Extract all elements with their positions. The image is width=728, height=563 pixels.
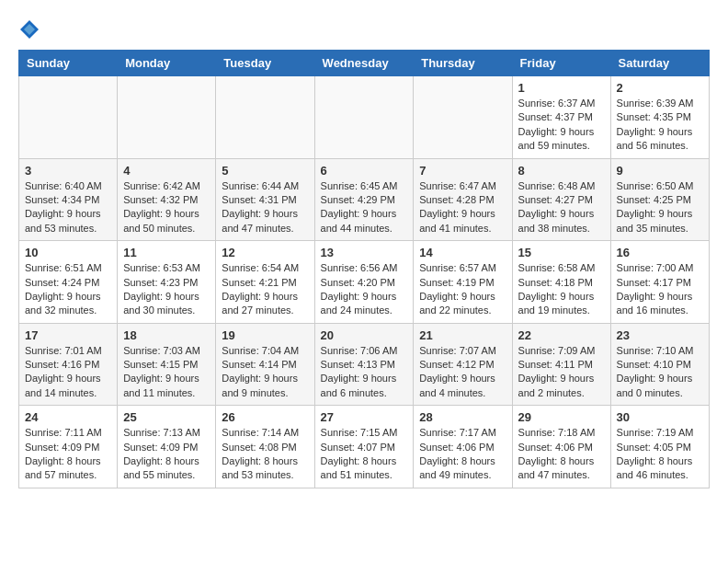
day-cell bbox=[314, 76, 414, 159]
day-info: Sunrise: 7:13 AM Sunset: 4:09 PM Dayligh… bbox=[123, 426, 210, 483]
day-number: 6 bbox=[321, 164, 408, 178]
day-number: 29 bbox=[518, 410, 605, 424]
week-row-3: 10Sunrise: 6:51 AM Sunset: 4:24 PM Dayli… bbox=[19, 241, 710, 324]
day-cell: 28Sunrise: 7:17 AM Sunset: 4:06 PM Dayli… bbox=[414, 406, 512, 488]
day-number: 25 bbox=[123, 410, 210, 424]
day-info: Sunrise: 7:01 AM Sunset: 4:16 PM Dayligh… bbox=[25, 344, 111, 401]
logo-icon bbox=[18, 18, 40, 40]
day-info: Sunrise: 7:06 AM Sunset: 4:13 PM Dayligh… bbox=[321, 344, 408, 401]
day-number: 7 bbox=[419, 164, 506, 178]
day-info: Sunrise: 6:42 AM Sunset: 4:32 PM Dayligh… bbox=[123, 179, 210, 236]
day-info: Sunrise: 7:07 AM Sunset: 4:12 PM Dayligh… bbox=[419, 344, 506, 401]
day-number: 9 bbox=[617, 164, 703, 178]
day-info: Sunrise: 7:17 AM Sunset: 4:06 PM Dayligh… bbox=[419, 426, 506, 483]
calendar-header-row: SundayMondayTuesdayWednesdayThursdayFrid… bbox=[19, 51, 710, 76]
day-cell: 2Sunrise: 6:39 AM Sunset: 4:35 PM Daylig… bbox=[610, 76, 709, 159]
day-cell: 8Sunrise: 6:48 AM Sunset: 4:27 PM Daylig… bbox=[512, 158, 610, 241]
day-cell: 17Sunrise: 7:01 AM Sunset: 4:16 PM Dayli… bbox=[19, 323, 118, 406]
day-number: 20 bbox=[321, 328, 408, 342]
day-info: Sunrise: 6:50 AM Sunset: 4:25 PM Dayligh… bbox=[617, 179, 703, 236]
day-info: Sunrise: 6:58 AM Sunset: 4:18 PM Dayligh… bbox=[518, 261, 605, 318]
day-number: 26 bbox=[222, 410, 308, 424]
day-number: 27 bbox=[321, 410, 408, 424]
day-cell: 11Sunrise: 6:53 AM Sunset: 4:23 PM Dayli… bbox=[118, 241, 216, 324]
day-cell: 21Sunrise: 7:07 AM Sunset: 4:12 PM Dayli… bbox=[414, 323, 512, 406]
day-info: Sunrise: 6:56 AM Sunset: 4:20 PM Dayligh… bbox=[321, 261, 408, 318]
week-row-4: 17Sunrise: 7:01 AM Sunset: 4:16 PM Dayli… bbox=[19, 323, 710, 406]
day-number: 4 bbox=[123, 164, 210, 178]
day-cell: 9Sunrise: 6:50 AM Sunset: 4:25 PM Daylig… bbox=[610, 158, 709, 241]
day-number: 12 bbox=[222, 246, 308, 259]
day-info: Sunrise: 6:48 AM Sunset: 4:27 PM Dayligh… bbox=[518, 179, 605, 236]
day-info: Sunrise: 7:10 AM Sunset: 4:10 PM Dayligh… bbox=[617, 344, 703, 401]
day-number: 16 bbox=[617, 246, 703, 259]
day-info: Sunrise: 6:51 AM Sunset: 4:24 PM Dayligh… bbox=[25, 261, 111, 318]
day-cell: 23Sunrise: 7:10 AM Sunset: 4:10 PM Dayli… bbox=[610, 323, 709, 406]
day-cell: 13Sunrise: 6:56 AM Sunset: 4:20 PM Dayli… bbox=[314, 241, 414, 324]
column-header-wednesday: Wednesday bbox=[314, 51, 414, 76]
day-number: 2 bbox=[617, 81, 703, 95]
day-info: Sunrise: 7:19 AM Sunset: 4:05 PM Dayligh… bbox=[617, 426, 703, 483]
day-info: Sunrise: 6:57 AM Sunset: 4:19 PM Dayligh… bbox=[419, 261, 506, 318]
day-number: 13 bbox=[321, 246, 408, 259]
day-info: Sunrise: 7:03 AM Sunset: 4:15 PM Dayligh… bbox=[123, 344, 210, 401]
day-info: Sunrise: 7:15 AM Sunset: 4:07 PM Dayligh… bbox=[321, 426, 408, 483]
day-info: Sunrise: 6:45 AM Sunset: 4:29 PM Dayligh… bbox=[321, 179, 408, 236]
day-cell: 16Sunrise: 7:00 AM Sunset: 4:17 PM Dayli… bbox=[610, 241, 709, 324]
day-number: 8 bbox=[518, 164, 605, 178]
day-number: 24 bbox=[25, 410, 111, 424]
day-cell: 10Sunrise: 6:51 AM Sunset: 4:24 PM Dayli… bbox=[19, 241, 118, 324]
day-number: 28 bbox=[419, 410, 506, 424]
day-cell: 3Sunrise: 6:40 AM Sunset: 4:34 PM Daylig… bbox=[19, 158, 118, 241]
day-number: 17 bbox=[25, 328, 111, 342]
day-cell: 27Sunrise: 7:15 AM Sunset: 4:07 PM Dayli… bbox=[314, 406, 414, 488]
day-number: 14 bbox=[419, 246, 506, 259]
column-header-friday: Friday bbox=[512, 51, 610, 76]
day-number: 23 bbox=[617, 328, 703, 342]
column-header-sunday: Sunday bbox=[19, 51, 118, 76]
day-cell: 14Sunrise: 6:57 AM Sunset: 4:19 PM Dayli… bbox=[414, 241, 512, 324]
day-info: Sunrise: 6:54 AM Sunset: 4:21 PM Dayligh… bbox=[222, 261, 308, 318]
day-info: Sunrise: 7:04 AM Sunset: 4:14 PM Dayligh… bbox=[222, 344, 308, 401]
day-cell: 25Sunrise: 7:13 AM Sunset: 4:09 PM Dayli… bbox=[118, 406, 216, 488]
day-info: Sunrise: 7:14 AM Sunset: 4:08 PM Dayligh… bbox=[222, 426, 308, 483]
day-cell: 12Sunrise: 6:54 AM Sunset: 4:21 PM Dayli… bbox=[216, 241, 314, 324]
day-cell: 22Sunrise: 7:09 AM Sunset: 4:11 PM Dayli… bbox=[512, 323, 610, 406]
header bbox=[18, 18, 710, 40]
week-row-1: 1Sunrise: 6:37 AM Sunset: 4:37 PM Daylig… bbox=[19, 76, 710, 159]
day-cell: 18Sunrise: 7:03 AM Sunset: 4:15 PM Dayli… bbox=[118, 323, 216, 406]
day-cell bbox=[118, 76, 216, 159]
day-number: 5 bbox=[222, 164, 308, 178]
day-number: 30 bbox=[617, 410, 703, 424]
day-cell: 1Sunrise: 6:37 AM Sunset: 4:37 PM Daylig… bbox=[512, 76, 610, 159]
day-info: Sunrise: 7:00 AM Sunset: 4:17 PM Dayligh… bbox=[617, 261, 703, 318]
day-info: Sunrise: 6:37 AM Sunset: 4:37 PM Dayligh… bbox=[518, 97, 605, 154]
day-cell: 19Sunrise: 7:04 AM Sunset: 4:14 PM Dayli… bbox=[216, 323, 314, 406]
day-info: Sunrise: 6:44 AM Sunset: 4:31 PM Dayligh… bbox=[222, 179, 308, 236]
day-cell: 26Sunrise: 7:14 AM Sunset: 4:08 PM Dayli… bbox=[216, 406, 314, 488]
day-number: 3 bbox=[25, 164, 111, 178]
day-cell: 7Sunrise: 6:47 AM Sunset: 4:28 PM Daylig… bbox=[414, 158, 512, 241]
day-cell bbox=[216, 76, 314, 159]
day-number: 18 bbox=[123, 328, 210, 342]
day-cell: 5Sunrise: 6:44 AM Sunset: 4:31 PM Daylig… bbox=[216, 158, 314, 241]
column-header-saturday: Saturday bbox=[610, 51, 709, 76]
column-header-thursday: Thursday bbox=[414, 51, 512, 76]
day-cell: 30Sunrise: 7:19 AM Sunset: 4:05 PM Dayli… bbox=[610, 406, 709, 488]
day-info: Sunrise: 7:18 AM Sunset: 4:06 PM Dayligh… bbox=[518, 426, 605, 483]
logo bbox=[18, 18, 44, 40]
day-cell: 29Sunrise: 7:18 AM Sunset: 4:06 PM Dayli… bbox=[512, 406, 610, 488]
column-header-monday: Monday bbox=[118, 51, 216, 76]
day-number: 15 bbox=[518, 246, 605, 259]
day-number: 10 bbox=[25, 246, 111, 259]
day-info: Sunrise: 6:53 AM Sunset: 4:23 PM Dayligh… bbox=[123, 261, 210, 318]
week-row-5: 24Sunrise: 7:11 AM Sunset: 4:09 PM Dayli… bbox=[19, 406, 710, 488]
day-cell: 4Sunrise: 6:42 AM Sunset: 4:32 PM Daylig… bbox=[118, 158, 216, 241]
day-number: 22 bbox=[518, 328, 605, 342]
day-info: Sunrise: 7:11 AM Sunset: 4:09 PM Dayligh… bbox=[25, 426, 111, 483]
day-info: Sunrise: 6:40 AM Sunset: 4:34 PM Dayligh… bbox=[25, 179, 111, 236]
day-info: Sunrise: 6:47 AM Sunset: 4:28 PM Dayligh… bbox=[419, 179, 506, 236]
column-header-tuesday: Tuesday bbox=[216, 51, 314, 76]
day-info: Sunrise: 7:09 AM Sunset: 4:11 PM Dayligh… bbox=[518, 344, 605, 401]
day-cell bbox=[19, 76, 118, 159]
